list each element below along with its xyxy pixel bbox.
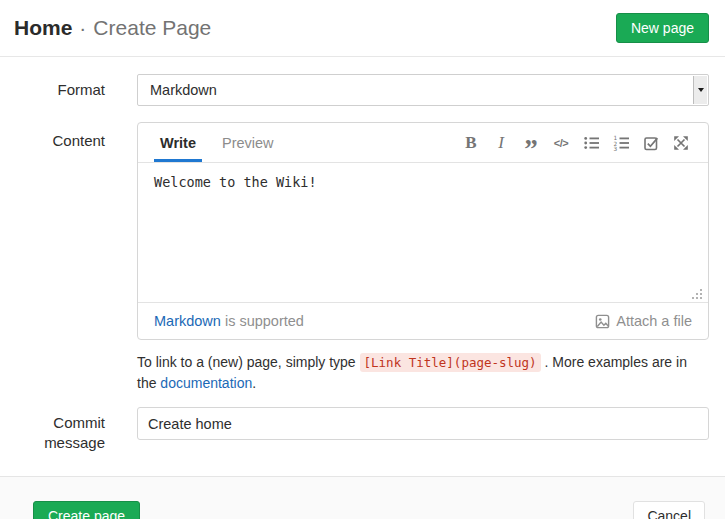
bold-button[interactable]: B: [460, 130, 482, 156]
page-title-separator: ·: [79, 16, 86, 40]
create-page-button[interactable]: Create page: [33, 501, 140, 519]
editor-header: Write Preview B I ”: [138, 123, 708, 163]
fullscreen-icon: [673, 135, 689, 151]
editor-write-area: Welcome to the Wiki!: [138, 163, 708, 302]
commit-message-row: Commit message: [0, 407, 725, 453]
link-help-text: To link to a (new) page, simply type [Li…: [137, 352, 709, 393]
bold-icon: B: [465, 133, 476, 153]
commit-message-input[interactable]: [137, 407, 709, 440]
tab-preview[interactable]: Preview: [216, 123, 280, 162]
attach-file-button[interactable]: Attach a file: [595, 313, 692, 329]
format-select[interactable]: Markdown: [137, 74, 709, 106]
supported-text: is supported: [221, 313, 304, 329]
content-row: Content Write Preview B I: [0, 122, 725, 340]
editor-footer: Markdown is supported Attach a file: [138, 302, 708, 339]
code-button[interactable]: </>: [550, 130, 572, 156]
markdown-help-link[interactable]: Markdown: [154, 313, 221, 329]
cancel-button[interactable]: Cancel: [633, 501, 705, 519]
task-list-button[interactable]: [640, 130, 662, 156]
wiki-create-form: Format Markdown Content Write Preview: [0, 57, 725, 453]
link-syntax-code: [Link Title](page-slug): [360, 353, 541, 372]
format-row: Format Markdown: [0, 74, 725, 106]
format-selected-value: Markdown: [150, 82, 217, 98]
italic-button[interactable]: I: [490, 130, 512, 156]
help-text-before: To link to a (new) page, simply type: [137, 354, 360, 370]
page-header: Home · Create Page New page: [0, 0, 725, 57]
markdown-editor: Write Preview B I ”: [137, 122, 709, 340]
page-title-home: Home: [14, 16, 72, 40]
markdown-supported-note: Markdown is supported: [154, 313, 304, 329]
form-actions: Create page Cancel: [0, 476, 725, 519]
attach-file-label: Attach a file: [616, 313, 692, 329]
chevron-down-icon: [698, 88, 704, 92]
documentation-link[interactable]: documentation: [160, 375, 252, 391]
attach-image-icon: [595, 314, 610, 329]
select-arrow-strip: [693, 76, 707, 104]
svg-text:3: 3: [613, 146, 617, 151]
content-label: Content: [0, 122, 105, 340]
format-label: Format: [0, 74, 105, 106]
code-icon: </>: [554, 137, 568, 149]
content-editor[interactable]: Welcome to the Wiki!: [138, 163, 708, 302]
task-list-icon: [643, 135, 660, 151]
editor-tabs: Write Preview: [154, 123, 294, 162]
quote-button[interactable]: ”: [520, 130, 542, 156]
fullscreen-button[interactable]: [670, 130, 692, 156]
page-title-create-page: Create Page: [93, 16, 211, 40]
tab-write[interactable]: Write: [154, 123, 202, 162]
bullet-list-button[interactable]: [580, 130, 602, 156]
resize-grip-icon[interactable]: [691, 288, 703, 300]
new-page-button[interactable]: New page: [616, 13, 709, 43]
italic-icon: I: [498, 133, 504, 153]
help-text-period: .: [252, 375, 256, 391]
commit-message-label: Commit message: [0, 407, 105, 453]
numbered-list-button[interactable]: 1 2 3: [610, 130, 632, 156]
numbered-list-icon: 1 2 3: [613, 135, 630, 151]
editor-toolbar: B I ” </>: [460, 123, 692, 162]
page-title: Home · Create Page: [14, 16, 211, 40]
bullet-list-icon: [583, 135, 600, 151]
